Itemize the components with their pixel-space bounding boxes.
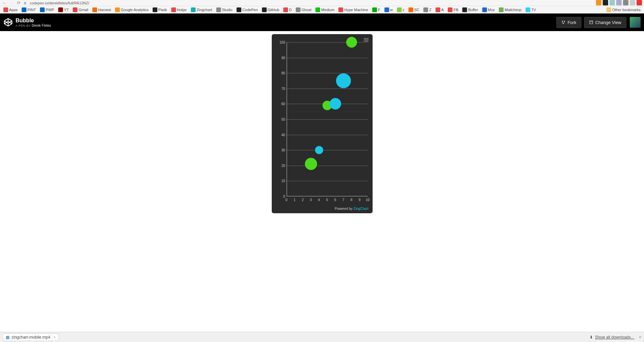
bookmark-item[interactable]: A	[434, 7, 445, 13]
bookmark-item[interactable]: Moz	[481, 7, 496, 13]
svg-rect-3	[590, 21, 593, 24]
favicon	[73, 7, 77, 12]
chart-menu-icon[interactable]	[364, 38, 369, 42]
bookmark-item[interactable]: z	[396, 7, 406, 13]
bookmark-item[interactable]: Google Analytics	[114, 7, 150, 13]
x-axis	[287, 196, 368, 196]
bookmark-item[interactable]: YT	[57, 7, 70, 13]
bookmark-item[interactable]: Z	[422, 7, 433, 13]
bookmark-item[interactable]: Gmail	[71, 7, 90, 13]
reload-button[interactable]: ⟳	[17, 0, 21, 5]
x-tick-label: 10	[366, 198, 370, 202]
bookmark-label: Ghost	[302, 8, 311, 12]
show-all-downloads[interactable]: Show all downloads...	[595, 335, 634, 340]
extension-icon[interactable]	[637, 0, 642, 5]
bookmark-item[interactable]: FB	[446, 7, 460, 13]
favicon	[462, 7, 467, 12]
extension-icon[interactable]	[596, 0, 601, 5]
bubble-point[interactable]	[336, 73, 351, 88]
y-tick-label: 40	[276, 133, 285, 137]
downloads-bar: ▦ zingchart-mobile.mp4 ▾ ⬇ Show all down…	[0, 332, 644, 342]
y-tick-label: 20	[276, 164, 285, 167]
favicon	[92, 7, 97, 12]
bookmark-item[interactable]: SC	[407, 7, 421, 13]
extension-icon[interactable]	[609, 0, 615, 5]
y-tick-label: 30	[276, 148, 285, 152]
close-downloads-bar[interactable]: ×	[639, 335, 641, 340]
pen-output: 0102030405060708090100012345678910 Power…	[0, 31, 644, 258]
bookmark-label: A	[441, 8, 444, 12]
bookmark-label: TV	[531, 8, 536, 12]
favicon	[436, 7, 440, 12]
bookmark-item[interactable]: D	[282, 7, 293, 13]
address-bar[interactable]: codepen.io/derekfletes/full/RRJJNZ/	[30, 1, 89, 5]
bookmark-item[interactable]: Hype Machine	[337, 7, 369, 13]
bookmark-item[interactable]: Mailchimp	[497, 7, 523, 13]
bookmark-item[interactable]: Apps	[2, 7, 19, 13]
bookmark-item[interactable]: Medium	[314, 7, 336, 13]
y-tick-label: 60	[276, 102, 285, 106]
chevron-down-icon[interactable]: ▾	[52, 334, 57, 341]
zingchart-link[interactable]: ZingChart	[354, 207, 369, 211]
forward-button[interactable]: →	[9, 0, 14, 6]
bookmark-item[interactable]: F	[371, 7, 382, 13]
file-icon: ▦	[6, 335, 9, 340]
back-button[interactable]: ←	[2, 0, 7, 6]
bookmark-item[interactable]: CodePen	[235, 7, 259, 13]
bookmark-label: GitHub	[268, 8, 279, 12]
change-view-button[interactable]: Change View	[584, 17, 626, 28]
bookmark-item[interactable]: Harvest	[91, 7, 112, 13]
extension-icon[interactable]	[623, 0, 628, 5]
bookmark-label: Apps	[9, 8, 18, 12]
chart-card: 0102030405060708090100012345678910 Power…	[272, 34, 373, 213]
bookmark-item[interactable]: PINT	[20, 7, 37, 13]
favicon	[153, 7, 157, 12]
chart-attribution: Powered by ZingChart	[335, 207, 369, 211]
extension-icon[interactable]	[603, 0, 608, 5]
extension-icon[interactable]	[616, 0, 622, 5]
grid-line	[287, 119, 368, 120]
bookmark-item[interactable]: PWP	[39, 7, 55, 13]
pen-byline: A PEN BY Derek Fletes	[16, 24, 51, 27]
bubble-point[interactable]	[305, 158, 317, 170]
browser-toolbar: ← → ⟳ 🗎 codepen.io/derekfletes/full/RRJJ…	[0, 0, 644, 6]
bookmark-item[interactable]: Studio	[215, 7, 234, 13]
y-tick-label: 100	[276, 41, 285, 44]
bookmark-label: CodePen	[242, 8, 258, 12]
bookmark-item[interactable]: Ghost	[294, 7, 313, 13]
download-item[interactable]: ▦ zingchart-mobile.mp4 ▾	[3, 334, 59, 341]
bookmark-item[interactable]: Piwik	[151, 7, 169, 13]
bubble-point[interactable]	[346, 37, 357, 48]
bookmark-label: D	[289, 8, 292, 12]
user-avatar[interactable]	[630, 17, 641, 28]
bookmark-item[interactable]: GitHub	[261, 7, 281, 13]
x-tick-label: 5	[326, 198, 328, 202]
fork-button[interactable]: Fork	[556, 17, 581, 28]
favicon	[338, 7, 343, 12]
bubble-point[interactable]	[315, 146, 323, 154]
bookmark-item[interactable]: w	[383, 7, 394, 13]
favicon	[408, 7, 413, 12]
bookmark-item[interactable]: Buffer	[461, 7, 479, 13]
author-link[interactable]: Derek Fletes	[32, 24, 51, 27]
y-tick-label: 10	[276, 179, 285, 183]
bookmark-label: YT	[64, 8, 69, 12]
bookmark-item[interactable]: Zingchart	[190, 7, 214, 13]
x-tick-label: 3	[310, 198, 312, 202]
bookmark-item[interactable]: TV	[524, 7, 537, 13]
x-tick-label: 6	[334, 198, 336, 202]
extension-icon[interactable]	[630, 0, 635, 5]
bookmarks-bar: AppsPINTPWPYTGmailHarvestGoogle Analytic…	[0, 6, 644, 14]
favicon	[237, 7, 241, 12]
bookmark-label: w	[390, 8, 393, 12]
bubble-point[interactable]	[330, 98, 341, 109]
y-tick-label: 0	[276, 195, 285, 198]
bookmark-label: PWP	[46, 8, 54, 12]
favicon	[216, 7, 221, 12]
bookmark-label: z	[403, 8, 405, 12]
bookmark-label: Medium	[321, 8, 334, 12]
bookmark-item[interactable]: Hotjar	[170, 7, 188, 13]
favicon	[3, 7, 8, 12]
other-bookmarks[interactable]: Other bookmarks	[605, 7, 642, 13]
grid-line	[287, 89, 368, 89]
